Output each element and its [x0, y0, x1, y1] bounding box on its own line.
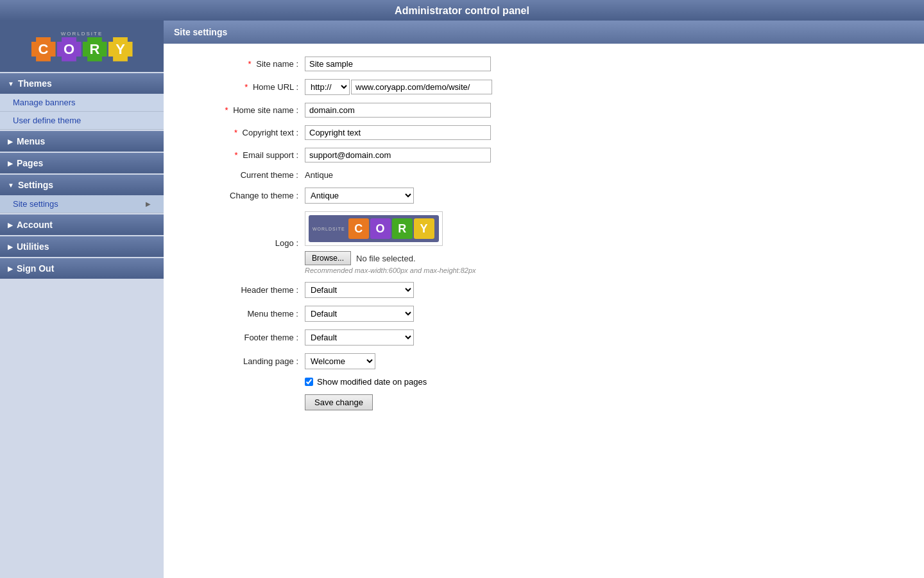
menus-label: Menus	[17, 136, 45, 146]
logo-area: WORLDSITE C O R Y	[0, 21, 164, 72]
copyright-row: * Copyright text :	[164, 125, 924, 140]
required-star-3: *	[225, 105, 228, 115]
landing-page-select[interactable]: Welcome Home Index	[305, 353, 375, 369]
themes-arrow-icon: ▼	[8, 80, 14, 87]
required-star-5: *	[235, 150, 238, 160]
copyright-input[interactable]	[305, 125, 491, 140]
home-site-name-label: * Home site name :	[176, 105, 305, 115]
sidebar-section-pages[interactable]: ▶ Pages	[0, 153, 164, 173]
logo-piece-c: C	[31, 37, 56, 62]
menus-arrow-icon: ▶	[8, 138, 13, 145]
manage-banners-label: Manage banners	[13, 98, 76, 107]
change-theme-row: Change to theme : Antique Default Modern…	[164, 188, 924, 204]
url-group: http:// https://	[305, 79, 492, 95]
logo-image-area: WORLDSITE C O R Y	[305, 211, 443, 246]
required-star-4: *	[234, 128, 237, 137]
sidebar: WORLDSITE C O R Y ▼ Themes Manage banner…	[0, 21, 164, 578]
section-title: Site settings	[174, 27, 227, 37]
current-theme-label: Current theme :	[176, 170, 305, 180]
current-theme-row: Current theme : Antique	[164, 170, 924, 180]
user-define-theme-label: User define theme	[13, 116, 81, 125]
url-protocol-select[interactable]: http:// https://	[305, 79, 350, 95]
change-theme-select[interactable]: Antique Default Modern Classic	[305, 188, 414, 204]
account-arrow-icon: ▶	[8, 222, 13, 229]
logo-pieces-row: C O R Y	[31, 37, 133, 62]
email-support-row: * Email support :	[164, 148, 924, 162]
copyright-label: * Copyright text :	[176, 128, 305, 137]
required-star-1: *	[248, 59, 252, 69]
url-input[interactable]	[351, 80, 492, 94]
checkbox-area: Show modified date on pages	[305, 377, 427, 387]
show-modified-checkbox[interactable]	[305, 378, 313, 386]
settings-label: Settings	[18, 180, 53, 190]
recommend-text: Recommended max-width:600px and max-heig…	[305, 267, 476, 274]
footer-theme-row: Footer theme : Default Antique Modern Cl…	[164, 329, 924, 346]
sidebar-section-themes[interactable]: ▼ Themes	[0, 73, 164, 94]
settings-arrow-icon: ▼	[8, 182, 14, 189]
header-title: Administrator control panel	[395, 5, 529, 16]
top-header-bar: Administrator control panel	[0, 0, 924, 21]
browse-row: Browse... No file selected.	[305, 251, 416, 265]
browse-button[interactable]: Browse...	[305, 251, 351, 265]
home-site-name-row: * Home site name :	[164, 103, 924, 118]
home-site-name-input[interactable]	[305, 103, 491, 118]
email-support-label: * Email support :	[176, 150, 305, 160]
account-label: Account	[17, 220, 53, 230]
save-button[interactable]: Save change	[305, 394, 373, 410]
save-row: Save change	[164, 394, 924, 410]
change-theme-label: Change to theme :	[176, 191, 305, 200]
logo-mini: WORLDSITE C O R Y	[309, 215, 439, 242]
menu-theme-label: Menu theme :	[176, 309, 305, 319]
sidebar-section-settings[interactable]: ▼ Settings	[0, 175, 164, 195]
no-file-text: No file selected.	[356, 254, 416, 263]
menu-theme-row: Menu theme : Default Antique Modern Clas…	[164, 306, 924, 322]
show-modified-row: Show modified date on pages	[164, 377, 924, 387]
logo-piece-o: O	[57, 37, 81, 62]
home-url-row: * Home URL : http:// https://	[164, 79, 924, 95]
site-settings-arrow-icon: ▶	[146, 200, 151, 207]
logo-display: WORLDSITE C O R Y Browse...	[305, 211, 476, 274]
site-settings-label: Site settings	[13, 199, 58, 209]
sidebar-section-menus[interactable]: ▶ Menus	[0, 131, 164, 152]
site-name-row: * Site name :	[164, 57, 924, 71]
email-support-input[interactable]	[305, 148, 491, 162]
required-star-2: *	[244, 82, 248, 92]
signout-label: Sign Out	[17, 263, 54, 274]
section-title-bar: Site settings	[164, 21, 924, 44]
utilities-arrow-icon: ▶	[8, 243, 13, 250]
logo-title: WORLDSITE	[31, 31, 133, 37]
header-theme-label: Header theme :	[176, 285, 305, 295]
main-content: Site settings * Site name : * Home URL :	[164, 21, 924, 578]
pages-arrow-icon: ▶	[8, 160, 13, 167]
logo-row: Logo : WORLDSITE C O R	[164, 211, 924, 274]
logo-piece-y: Y	[108, 37, 133, 62]
footer-theme-select[interactable]: Default Antique Modern Classic	[305, 329, 414, 346]
themes-label: Themes	[18, 78, 52, 89]
logo-container: WORLDSITE C O R Y	[31, 31, 133, 62]
menu-theme-select[interactable]: Default Antique Modern Classic	[305, 306, 414, 322]
home-url-label: * Home URL :	[176, 82, 305, 92]
pages-label: Pages	[17, 158, 43, 168]
footer-theme-label: Footer theme :	[176, 333, 305, 342]
utilities-label: Utilities	[17, 241, 49, 252]
sidebar-section-account[interactable]: ▶ Account	[0, 215, 164, 235]
form-area: * Site name : * Home URL : http:// https…	[164, 44, 924, 423]
current-theme-value: Antique	[305, 170, 333, 180]
sidebar-item-manage-banners[interactable]: Manage banners	[0, 94, 164, 112]
site-name-label: * Site name :	[176, 59, 305, 69]
show-modified-label: Show modified date on pages	[317, 377, 427, 387]
sidebar-item-user-define-theme[interactable]: User define theme	[0, 112, 164, 130]
logo-label: Logo :	[176, 238, 305, 248]
logo-piece-r: R	[83, 37, 107, 62]
sidebar-section-utilities[interactable]: ▶ Utilities	[0, 236, 164, 257]
landing-page-row: Landing page : Welcome Home Index	[164, 353, 924, 369]
sidebar-item-site-settings[interactable]: Site settings ▶	[0, 195, 164, 213]
signout-arrow-icon: ▶	[8, 265, 13, 272]
site-name-input[interactable]	[305, 57, 491, 71]
sidebar-section-signout[interactable]: ▶ Sign Out	[0, 258, 164, 279]
landing-page-label: Landing page :	[176, 356, 305, 366]
header-theme-row: Header theme : Default Antique Modern Cl…	[164, 282, 924, 298]
header-theme-select[interactable]: Default Antique Modern Classic	[305, 282, 414, 298]
